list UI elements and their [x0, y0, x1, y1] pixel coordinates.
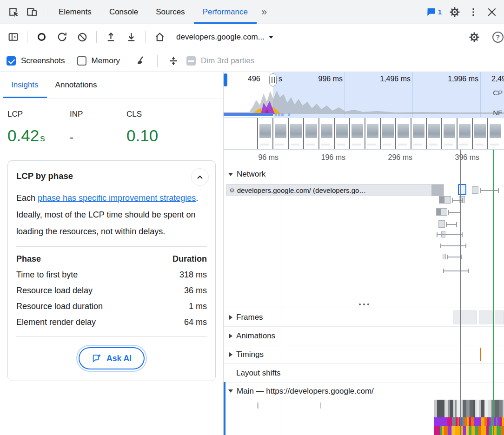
network-request-mini[interactable]	[443, 254, 446, 259]
load-profile-button[interactable]	[101, 28, 120, 46]
metric-cls: CLS0.10	[126, 110, 189, 160]
collect-garbage-button[interactable]	[132, 52, 151, 70]
filmstrip-screenshot[interactable]	[411, 118, 426, 149]
track-network-header[interactable]: Network	[224, 166, 504, 182]
toolbar-divider	[157, 55, 158, 67]
filmstrip-screenshot[interactable]	[272, 118, 288, 149]
network-request-label: developers.google.com/ (developers.go…	[237, 186, 366, 194]
network-request-mini[interactable]	[438, 220, 445, 228]
toggle-sidebar-button[interactable]	[4, 28, 22, 46]
frame-thumbnails	[453, 310, 504, 324]
tab-console[interactable]: Console	[100, 0, 147, 24]
track-main-header[interactable]: Main — https://developers.google.com/	[224, 382, 504, 400]
filmstrip-screenshot[interactable]	[303, 118, 318, 149]
screenshot-image	[490, 124, 501, 138]
save-profile-button[interactable]	[122, 28, 140, 46]
net-lane-label: NE	[493, 109, 503, 117]
filmstrip-screenshot[interactable]	[380, 118, 395, 149]
filmstrip-screenshot[interactable]	[288, 118, 303, 149]
more-options-button[interactable]	[464, 3, 483, 21]
network-request-mini[interactable]	[439, 196, 451, 204]
phase-name: Time to first byte	[16, 267, 153, 283]
collapse-arrow-icon	[228, 389, 233, 393]
console-messages-button[interactable]: 1	[422, 3, 445, 21]
close-devtools-button[interactable]	[483, 3, 501, 21]
track-layout-shifts-header[interactable]: Layout shifts	[224, 363, 504, 382]
settings-button[interactable]	[445, 3, 464, 21]
tab-sources[interactable]: Sources	[147, 0, 193, 24]
tab-elements[interactable]: Elements	[50, 0, 100, 24]
performance-toolbar: developers.google.com... ?	[0, 24, 504, 50]
filmstrip-screenshot[interactable]	[441, 118, 457, 149]
filmstrip-screenshot[interactable]	[334, 118, 349, 149]
filmstrip-screenshot[interactable]	[365, 118, 380, 149]
collapse-flame-chart-button[interactable]	[164, 52, 183, 70]
dim-third-parties-checkbox[interactable]: Dim 3rd parties	[186, 56, 254, 66]
track-timings-header[interactable]: Timings	[224, 345, 504, 363]
page-selector-dropdown[interactable]: developers.google.com...	[176, 33, 273, 42]
selection-left-handle[interactable]	[224, 73, 227, 86]
screenshot-detail	[398, 144, 407, 145]
network-request-bar[interactable]: ⚙ developers.google.com/ (developers.go…	[226, 184, 444, 196]
screenshot-image	[444, 124, 455, 138]
phase-duration-table: Phase Duration Time to first byte318 msR…	[16, 251, 207, 330]
live-metrics-home-button[interactable]	[150, 28, 169, 46]
screenshot-detail	[260, 144, 269, 145]
record-and-reload-button[interactable]	[53, 28, 71, 46]
minimap-time-label: 996 ms	[318, 75, 343, 83]
selection-right-handle[interactable]	[269, 73, 277, 86]
filmstrip-screenshot[interactable]	[472, 118, 487, 149]
collapse-card-button[interactable]	[191, 168, 209, 186]
ask-ai-button[interactable]: Ask AI	[79, 347, 145, 369]
toggle-device-toolbar-button[interactable]	[22, 3, 41, 21]
help-button[interactable]: ?	[485, 28, 504, 46]
screenshot-detail	[383, 144, 391, 145]
network-track-resize-handle[interactable]	[359, 303, 369, 305]
main-flame-chart[interactable]	[224, 400, 504, 435]
filmstrip-screenshot[interactable]	[257, 118, 272, 149]
phase-duration: 36 ms	[153, 283, 207, 298]
checkbox-empty-icon	[77, 56, 86, 66]
devtools-window: ElementsConsoleSourcesPerformance » 1	[0, 0, 504, 435]
inspect-element-button[interactable]	[4, 3, 22, 21]
memory-checkbox[interactable]: Memory	[77, 56, 120, 66]
tab-performance[interactable]: Performance	[194, 0, 257, 24]
checkbox-checked-icon	[7, 56, 16, 66]
filmstrip-screenshot[interactable]	[457, 118, 472, 149]
filmstrip-screenshot[interactable]	[224, 118, 257, 149]
metric-inp: INP-	[70, 110, 126, 160]
network-timing-whisker	[437, 234, 463, 235]
more-panels-button[interactable]: »	[257, 6, 272, 18]
network-request-mini[interactable]	[472, 186, 478, 194]
track-frames-header[interactable]: Frames	[224, 308, 504, 326]
phase-name: Resource load duration	[16, 298, 153, 314]
compress-icon	[168, 55, 179, 66]
sidebar-tab-annotations[interactable]: Annotations	[47, 72, 106, 98]
screenshot-detail	[413, 144, 422, 145]
selected-event-highlight[interactable]	[458, 184, 466, 195]
minimap-time-label: 1,996 ms	[448, 75, 478, 83]
network-request-mini[interactable]	[436, 208, 447, 216]
network-activity-chip	[281, 113, 284, 116]
timeline-overview-minimap[interactable]: 996 ms1,496 ms1,996 ms2,49 496 s CP NE	[224, 72, 504, 150]
network-timing-whisker	[452, 200, 463, 201]
filmstrip-screenshot[interactable]	[318, 118, 334, 149]
filmstrip-screenshot[interactable]	[426, 118, 441, 149]
track-animations-header[interactable]: Animations	[224, 326, 504, 345]
network-track-body: ⚙ developers.google.com/ (developers.go…	[224, 182, 504, 308]
download-icon	[126, 31, 137, 43]
screenshot-detail	[275, 144, 284, 145]
sidebar-tab-insights[interactable]: Insights	[3, 72, 47, 98]
minimap-time-label: 1,496 ms	[380, 75, 411, 83]
lcp-by-phase-card: LCP by phase Each phase has specific imp…	[7, 160, 216, 381]
improvement-strategies-link[interactable]: phase has specific improvement strategie…	[38, 193, 196, 203]
filmstrip-screenshot[interactable]	[395, 118, 411, 149]
screenshots-checkbox[interactable]: Screenshots	[7, 56, 65, 66]
capture-settings-button[interactable]	[465, 28, 484, 46]
filmstrip-screenshot[interactable]	[349, 118, 365, 149]
expand-arrow-icon	[229, 315, 232, 320]
record-button[interactable]	[32, 28, 51, 46]
screenshot-image	[351, 124, 363, 138]
filmstrip-screenshot[interactable]	[487, 118, 503, 149]
clear-recording-button[interactable]	[73, 28, 92, 46]
